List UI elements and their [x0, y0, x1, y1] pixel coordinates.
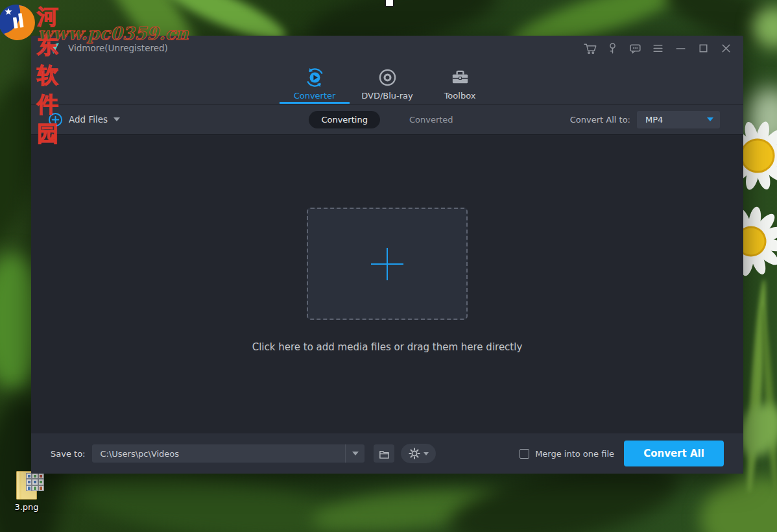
bottom-right-group: Merge into one file Convert All [520, 441, 724, 466]
convert-all-button[interactable]: Convert All [624, 441, 724, 466]
titlebar-actions [581, 40, 734, 56]
browse-folder-button[interactable] [374, 444, 394, 463]
thumbnail-grid-icon [26, 473, 44, 491]
bottom-bar: Save to: [31, 433, 743, 474]
tab-dvd-bluray[interactable]: DVD/Blu-ray [351, 60, 424, 104]
convert-all-to-label: Convert All to: [570, 115, 630, 125]
plus-icon [370, 247, 405, 282]
titlebar: Vidmore(Unregistered) [31, 36, 743, 60]
tab-converter[interactable]: Converter [278, 60, 351, 104]
chevron-down-icon [114, 117, 120, 121]
main-nav: Converter DVD/Blu-ray [31, 60, 743, 104]
settings-button[interactable] [401, 444, 436, 463]
converter-icon [304, 66, 326, 89]
disc-icon [377, 66, 398, 89]
chevron-down-icon [352, 452, 359, 455]
file-list-area: Click here to add media files or drag th… [31, 135, 743, 433]
merge-label: Merge into one file [535, 449, 614, 459]
feedback-icon[interactable] [627, 40, 643, 56]
gear-icon [409, 448, 420, 459]
dropzone[interactable] [307, 208, 468, 320]
tab-toolbox[interactable]: Toolbox [424, 60, 496, 104]
tab-dvd-bluray-label: DVD/Blu-ray [361, 91, 413, 101]
merge-checkbox[interactable] [520, 449, 529, 459]
app-window: Vidmore(Unregistered) [31, 36, 743, 474]
save-path-field [92, 444, 365, 463]
convert-all-to-group: Convert All to: MP4 [466, 111, 743, 128]
chevron-down-icon [707, 117, 713, 121]
window-header: Vidmore(Unregistered) [31, 36, 743, 104]
tab-converter-label: Converter [294, 91, 336, 101]
desktop-file-3png[interactable]: 3.png [8, 471, 45, 512]
window-title: Vidmore(Unregistered) [68, 43, 168, 53]
minimize-icon[interactable] [672, 40, 689, 56]
cart-icon[interactable] [581, 40, 598, 56]
folder-icon [378, 448, 390, 460]
desktop-file-label: 3.png [8, 502, 45, 512]
view-switch: Converting Converted [309, 111, 465, 128]
save-path-dropdown[interactable] [345, 444, 365, 463]
plus-circle-icon [48, 112, 63, 127]
add-files-label: Add Files [69, 114, 108, 125]
vidmore-logo-icon [45, 40, 61, 56]
close-icon[interactable] [717, 40, 734, 56]
add-files-button[interactable]: Add Files [31, 112, 309, 127]
save-to-label: Save to: [51, 449, 85, 459]
maximize-icon[interactable] [695, 40, 711, 56]
tab-toolbox-label: Toolbox [444, 91, 476, 101]
chevron-down-icon [424, 452, 429, 455]
toolbox-icon [449, 66, 471, 89]
save-path-input[interactable] [92, 444, 345, 463]
dropzone-hint: Click here to add media files or drag th… [31, 341, 743, 353]
output-format-value: MP4 [645, 115, 707, 125]
register-key-icon[interactable] [604, 40, 621, 56]
toolbar: Add Files Converting Converted Convert A… [31, 104, 743, 135]
image-file-icon [16, 471, 37, 500]
tab-converted[interactable]: Converted [397, 111, 466, 128]
menu-icon[interactable] [649, 40, 666, 56]
output-format-select[interactable]: MP4 [637, 111, 720, 128]
cursor-artifact [385, 0, 394, 7]
desktop: 3.png Vidmore(Unregistered) [0, 0, 777, 532]
tab-converting[interactable]: Converting [309, 111, 380, 128]
